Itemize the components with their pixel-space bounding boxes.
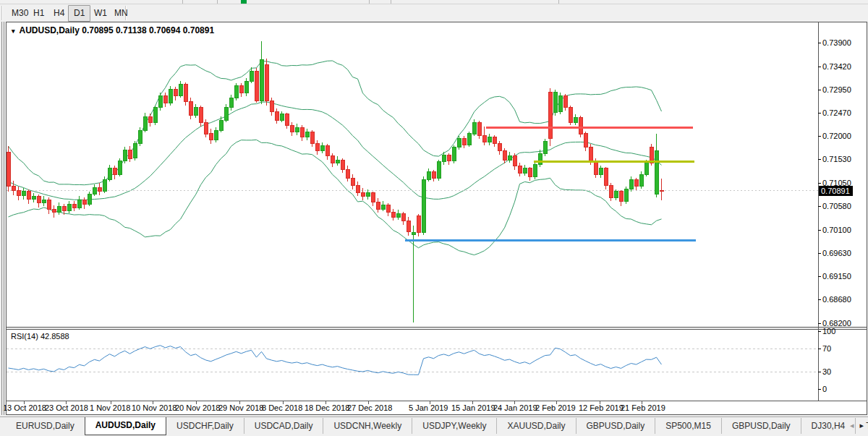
candle	[174, 87, 177, 101]
chart-tab-usdjpy-weekly[interactable]: USDJPY,Weekly	[412, 418, 496, 434]
price-axis-tick	[818, 67, 821, 67]
timeframe-button-h4[interactable]: H4	[48, 5, 70, 22]
candle	[341, 158, 344, 173]
date-axis-label: 24 Jan 2019	[493, 403, 537, 412]
candle	[17, 187, 20, 200]
price-axis-tick	[818, 136, 821, 137]
chart-tab-xauusd-daily[interactable]: XAUUSD,Daily	[496, 418, 575, 434]
chart-tab-audusd-daily[interactable]: AUDUSD,Daily	[85, 417, 166, 435]
candle	[285, 113, 289, 129]
date-axis-label: 20 Nov 2018	[175, 403, 220, 412]
chart-window[interactable]: ▾AUDUSD,Daily 0.70895 0.71138 0.70694 0.…	[6, 22, 867, 415]
candle	[265, 59, 268, 106]
date-axis-label: 1 Nov 2018	[90, 403, 130, 412]
chart-tab-eurusd-daily[interactable]: EURUSD,Daily	[6, 418, 85, 434]
candle	[655, 134, 658, 198]
candle	[158, 93, 162, 111]
toolbar-separator	[182, 0, 183, 4]
candle	[108, 165, 111, 181]
rsi-pane-canvas[interactable]	[7, 330, 818, 401]
candle	[523, 165, 527, 176]
chart-tab-usdcnh-weekly[interactable]: USDCNH,Weekly	[323, 418, 412, 434]
candle	[189, 98, 192, 119]
candle	[528, 167, 532, 181]
candle	[234, 83, 238, 101]
candle	[477, 121, 481, 139]
candle	[543, 139, 547, 156]
rsi-line	[9, 346, 662, 375]
timeframe-button-h1[interactable]: H1	[27, 5, 50, 22]
candle	[472, 119, 476, 137]
price-axis-tick	[818, 159, 821, 160]
candle	[427, 168, 430, 181]
candle	[619, 190, 623, 206]
candle	[381, 201, 385, 211]
price-axis-tick	[818, 253, 821, 254]
candle	[260, 41, 263, 104]
candle	[42, 196, 46, 206]
candle	[295, 124, 299, 135]
rsi-axis-label: 0	[822, 385, 827, 393]
price-axis-label: 0.73420	[822, 62, 851, 71]
candle	[169, 86, 172, 106]
date-axis-tick	[472, 401, 473, 404]
candle	[143, 113, 147, 132]
candle	[93, 184, 96, 196]
candle	[634, 178, 638, 190]
candle	[320, 142, 324, 154]
candle	[275, 108, 278, 124]
candle	[47, 197, 51, 214]
candle	[113, 166, 116, 179]
candle	[326, 144, 329, 160]
candle	[558, 93, 562, 114]
candle	[133, 141, 137, 161]
date-axis-tick	[239, 401, 240, 404]
candle	[624, 187, 628, 205]
date-axis-label: 27 Dec 2018	[347, 403, 392, 412]
candle	[432, 170, 435, 181]
rsi-axis-tick	[818, 349, 821, 349]
chart-tab-dj30-h4[interactable]: DJ30,H4	[801, 418, 856, 434]
rsi-axis-label: 30	[822, 367, 831, 376]
candle	[391, 209, 395, 221]
timeframe-toolbar: M30H1H4D1W1MN	[0, 4, 868, 22]
candle	[300, 125, 304, 141]
main-chart-canvas[interactable]	[7, 22, 818, 327]
candle	[457, 136, 461, 150]
rsi-indicator-label: RSI(14) 42.8588	[11, 332, 69, 341]
price-axis-tick	[818, 230, 821, 231]
chart-tab-gbpusd-daily[interactable]: GBPUSD,Daily	[576, 418, 655, 434]
date-axis-tick	[642, 401, 642, 404]
candle	[584, 132, 587, 151]
timeframe-button-mn[interactable]: MN	[109, 5, 134, 22]
date-axis-tick	[283, 401, 284, 404]
date-axis-label: 13 Oct 2018	[3, 403, 46, 412]
candle	[351, 174, 354, 189]
candle	[498, 141, 501, 155]
candle	[361, 188, 365, 200]
tab-scroll-left-icon[interactable]: ◂	[850, 421, 854, 429]
candle	[488, 134, 491, 145]
candle	[482, 127, 486, 145]
candle	[138, 127, 142, 146]
price-axis-tick	[818, 323, 821, 324]
toolbar-indicator-mark	[241, 0, 247, 4]
chart-tab-usdchf-daily[interactable]: USDCHF,Daily	[166, 418, 244, 434]
chart-tab-sp500-m15[interactable]: SP500,M15	[655, 418, 721, 434]
timeframe-button-d1[interactable]: D1	[68, 5, 90, 22]
date-axis-tick	[111, 401, 111, 404]
tab-scroll-right-icon[interactable]: ▸	[859, 421, 864, 429]
toolbar-grip[interactable]	[1, 6, 3, 20]
candle	[214, 127, 218, 142]
candle	[7, 146, 10, 192]
window-edge-line	[1, 22, 2, 415]
candle	[563, 94, 567, 111]
price-axis-tick	[818, 113, 821, 114]
candle	[574, 114, 577, 126]
candle	[239, 83, 243, 97]
date-axis-label: 29 Nov 2018	[218, 403, 263, 412]
chart-tab-gbpusd-daily[interactable]: GBPUSD,Daily	[721, 418, 801, 434]
date-axis-tick	[430, 401, 430, 404]
chart-tab-usdcad-daily[interactable]: USDCAD,Daily	[244, 418, 323, 434]
candle	[77, 196, 81, 210]
